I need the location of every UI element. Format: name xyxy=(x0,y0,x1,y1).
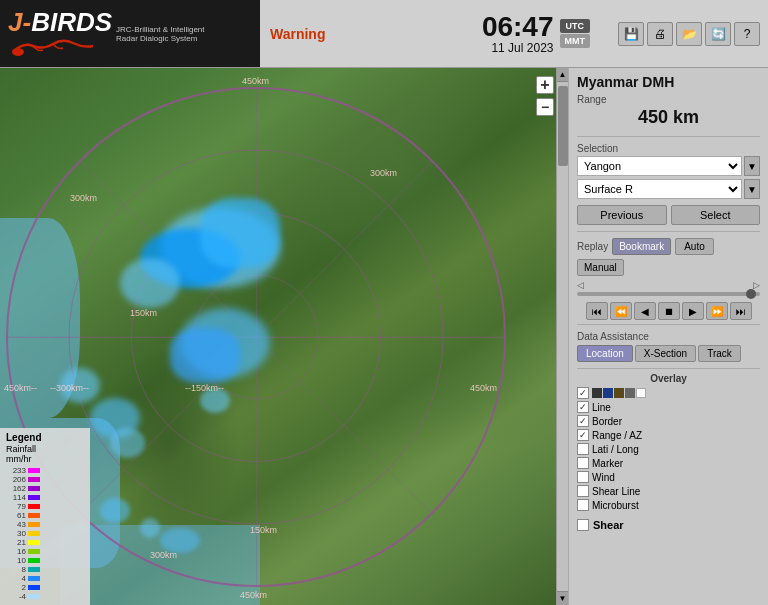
shear-checkbox[interactable] xyxy=(577,519,589,531)
zoom-in-button[interactable]: + xyxy=(536,76,554,94)
previous-button[interactable]: Previous xyxy=(577,205,667,225)
toolbar: 💾 🖨 📂 🔄 ? xyxy=(610,18,768,50)
track-tab[interactable]: Track xyxy=(698,345,741,362)
legend-bar-114: 114 xyxy=(6,493,40,502)
slider-left-arrow: ◁ xyxy=(577,280,584,290)
map-scrollbar[interactable]: ▲ ▼ xyxy=(556,68,568,605)
legend-bar-206: 206 xyxy=(6,475,40,484)
rain-cell-11 xyxy=(100,498,130,523)
legend-bar-21: 21 xyxy=(6,538,40,547)
overlay-item-border: ✓ Border xyxy=(577,415,760,427)
overlay-item-map: ✓ xyxy=(577,387,760,399)
latilong-checkbox[interactable] xyxy=(577,443,589,455)
border-checkbox[interactable]: ✓ xyxy=(577,415,589,427)
right-panel: Myanmar DMH Range 450 km Selection Yango… xyxy=(568,68,768,605)
logo-text: J- xyxy=(8,7,31,38)
rainfall-unit: mm/hr xyxy=(6,454,84,464)
range-label-300-bottom: 300km xyxy=(150,550,177,560)
rain-cell-3 xyxy=(200,198,280,268)
fast-forward-button[interactable]: ⏩ xyxy=(706,302,728,320)
rangeaz-label: Range / AZ xyxy=(592,430,642,441)
surface-dropdown-arrow[interactable]: ▼ xyxy=(744,179,760,199)
station-name: Myanmar DMH xyxy=(569,68,768,92)
overlay-item-shearline: Shear Line xyxy=(577,485,760,497)
range-label-150-bottom: --150km-- xyxy=(185,383,224,393)
range-label-450-right: 450km xyxy=(470,383,497,393)
range-label-300-left: 300km xyxy=(70,193,97,203)
main: 450km 300km 300km 150km 450km-- --300km-… xyxy=(0,68,768,605)
range-label-150-left: 150km xyxy=(130,308,157,318)
wind-checkbox[interactable] xyxy=(577,471,589,483)
legend-bar-233: 233 xyxy=(6,466,40,475)
overlay-item-latilong: Lati / Long xyxy=(577,443,760,455)
range-label-450-bottom: 450km xyxy=(240,590,267,600)
overlay-item-line: ✓ Line xyxy=(577,401,760,413)
legend-panel: Legend Rainfall mm/hr 233 206 xyxy=(0,428,90,605)
map-area[interactable]: 450km 300km 300km 150km 450km-- --300km-… xyxy=(0,68,568,605)
logo-area: J- BIRDS JRC-Brilliant & Intelligent Rad… xyxy=(0,0,260,67)
marker-checkbox[interactable] xyxy=(577,457,589,469)
replay-slider[interactable] xyxy=(577,292,760,296)
legend-bar-10: 10 xyxy=(6,556,40,565)
range-value: 450 km xyxy=(577,105,760,130)
play-button[interactable]: ▶ xyxy=(682,302,704,320)
map-checkbox[interactable]: ✓ xyxy=(577,387,589,399)
skip-end-button[interactable]: ⏭ xyxy=(730,302,752,320)
legend-bar-61: 61 xyxy=(6,511,40,520)
location-tab[interactable]: Location xyxy=(577,345,633,362)
select-button[interactable]: Select xyxy=(671,205,761,225)
overlay-item-marker: Marker xyxy=(577,457,760,469)
xsection-tab[interactable]: X-Section xyxy=(635,345,696,362)
location-select[interactable]: Yangon xyxy=(577,156,742,176)
slider-right-arrow: ▷ xyxy=(753,280,760,290)
rewind-fast-button[interactable]: ⏪ xyxy=(610,302,632,320)
latilong-label: Lati / Long xyxy=(592,444,639,455)
folder-button[interactable]: 📂 xyxy=(676,22,702,46)
marker-label: Marker xyxy=(592,458,623,469)
logo-bird-icon xyxy=(8,38,98,60)
shearline-checkbox[interactable] xyxy=(577,485,589,497)
legend-bar-162: 162 xyxy=(6,484,40,493)
scroll-thumb[interactable] xyxy=(558,86,568,166)
rain-cell-12 xyxy=(140,518,160,538)
legend-bar-8: 8 xyxy=(6,565,40,574)
refresh-button[interactable]: 🔄 xyxy=(705,22,731,46)
help-button[interactable]: ? xyxy=(734,22,760,46)
save-button[interactable]: 💾 xyxy=(618,22,644,46)
surface-select[interactable]: Surface R xyxy=(577,179,742,199)
manual-button[interactable]: Manual xyxy=(577,259,624,276)
range-label-150-bottom2: 150km xyxy=(250,525,277,535)
legend-bar-16: 16 xyxy=(6,547,40,556)
bookmark-button[interactable]: Bookmark xyxy=(612,238,671,255)
line-checkbox[interactable]: ✓ xyxy=(577,401,589,413)
shear-label: Shear xyxy=(593,519,624,531)
overlay-item-microburst: Microburst xyxy=(577,499,760,511)
utc-button[interactable]: UTC xyxy=(560,19,591,33)
subtitle-line2: Radar Dialogic System xyxy=(116,34,204,43)
range-label: Range xyxy=(577,94,760,105)
stop-button[interactable]: ⏹ xyxy=(658,302,680,320)
replay-label: Replay xyxy=(577,241,608,252)
border-label: Border xyxy=(592,416,622,427)
rangeaz-checkbox[interactable]: ✓ xyxy=(577,429,589,441)
scroll-up-arrow[interactable]: ▲ xyxy=(557,68,569,82)
skip-start-button[interactable]: ⏮ xyxy=(586,302,608,320)
range-label-300-right: 300km xyxy=(370,168,397,178)
step-back-button[interactable]: ◀ xyxy=(634,302,656,320)
svg-point-0 xyxy=(12,48,24,56)
legend-bar-79: 79 xyxy=(6,502,40,511)
legend-bar-neg4: -4 xyxy=(6,592,40,601)
rainfall-label: Rainfall xyxy=(6,444,84,454)
legend-bar-30: 30 xyxy=(6,529,40,538)
auto-button[interactable]: Auto xyxy=(675,238,714,255)
zoom-out-button[interactable]: − xyxy=(536,98,554,116)
location-dropdown-arrow[interactable]: ▼ xyxy=(744,156,760,176)
header: J- BIRDS JRC-Brilliant & Intelligent Rad… xyxy=(0,0,768,68)
print-button[interactable]: 🖨 xyxy=(647,22,673,46)
mmt-button[interactable]: MMT xyxy=(560,34,591,48)
microburst-checkbox[interactable] xyxy=(577,499,589,511)
microburst-label: Microburst xyxy=(592,500,639,511)
line-label: Line xyxy=(592,402,611,413)
scroll-down-arrow[interactable]: ▼ xyxy=(557,591,569,605)
rain-cell-6 xyxy=(170,328,240,383)
